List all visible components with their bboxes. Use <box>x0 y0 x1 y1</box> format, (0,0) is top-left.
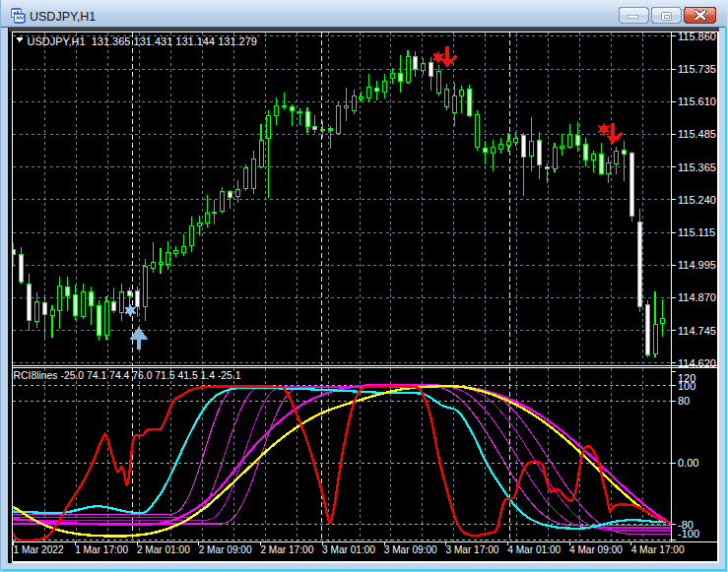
svg-text:RCI8lines -25.0 74.1 74.4 76.0: RCI8lines -25.0 74.1 74.4 76.0 71.5 41.5… <box>14 370 241 381</box>
svg-text:115.115: 115.115 <box>678 226 715 238</box>
svg-text:115.365: 115.365 <box>678 161 716 173</box>
svg-text:115.860: 115.860 <box>678 31 716 42</box>
svg-text:115.240: 115.240 <box>678 194 716 206</box>
svg-text:3 Mar 09:00: 3 Mar 09:00 <box>384 544 437 555</box>
svg-text:2 Mar 09:00: 2 Mar 09:00 <box>199 544 252 555</box>
svg-text:2 Mar 17:00: 2 Mar 17:00 <box>260 544 313 555</box>
svg-text:3 Mar 17:00: 3 Mar 17:00 <box>446 544 499 555</box>
svg-text:114.870: 114.870 <box>678 291 716 303</box>
svg-text:114.745: 114.745 <box>678 325 716 337</box>
svg-text:114.995: 114.995 <box>678 259 716 271</box>
svg-text:-100: -100 <box>678 528 699 540</box>
svg-text:0.00: 0.00 <box>678 457 698 469</box>
svg-text:1 Mar 17:00: 1 Mar 17:00 <box>75 544 128 555</box>
svg-text:80: 80 <box>678 395 690 407</box>
svg-text:2 Mar 01:00: 2 Mar 01:00 <box>137 544 190 555</box>
svg-text:115.485: 115.485 <box>678 128 716 140</box>
svg-text:114.620: 114.620 <box>678 357 716 369</box>
svg-text:115.735: 115.735 <box>678 63 716 75</box>
svg-text:USDJPY,H1: USDJPY,H1 <box>30 10 96 24</box>
svg-text:4 Mar 01:00: 4 Mar 01:00 <box>507 544 561 555</box>
svg-text:100: 100 <box>678 380 695 392</box>
svg-text:3 Mar 01:00: 3 Mar 01:00 <box>322 544 375 555</box>
svg-text:4 Mar 17:00: 4 Mar 17:00 <box>631 544 685 555</box>
svg-text:USDJPY,H1 131.365 131.431 131: USDJPY,H1 131.365 131.431 131.144 131.27… <box>28 35 257 47</box>
svg-text:115.610: 115.610 <box>678 95 716 107</box>
svg-text:1 Mar 2022: 1 Mar 2022 <box>14 544 64 555</box>
svg-text:4 Mar 09:00: 4 Mar 09:00 <box>569 544 623 555</box>
